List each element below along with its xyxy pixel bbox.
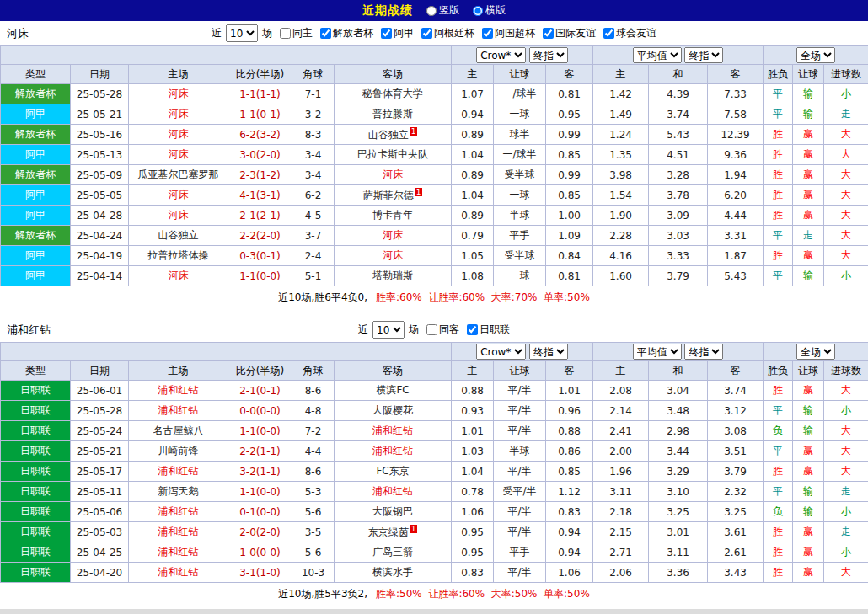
result-cell: 平 (764, 266, 793, 286)
corner-cell: 3-7 (292, 226, 335, 246)
asian-time-select[interactable]: 终指 (529, 47, 568, 63)
filter-checkbox-input[interactable] (320, 28, 331, 39)
euro-type-select[interactable]: 平均值 (633, 344, 682, 360)
filter-checkbox[interactable]: 阿根廷杯 (421, 26, 474, 40)
away-team-cell[interactable]: 巴拉卡斯中央队 (335, 145, 452, 165)
filter-checkbox[interactable]: 国际友谊 (543, 26, 596, 40)
match-count-select[interactable]: 10 (372, 321, 405, 339)
layout-option-vertical[interactable]: 竖版 (426, 3, 459, 18)
home-team-cell[interactable]: 浦和红钻 (129, 563, 228, 583)
filter-controls: 近 10 场 同客日职联 (358, 321, 510, 339)
away-team-cell[interactable]: 大阪钢巴 (335, 502, 452, 522)
filter-checkbox[interactable]: 阿甲 (381, 26, 414, 40)
asian-time-select[interactable]: 终指 (529, 344, 568, 360)
away-team-cell[interactable]: 河床 (335, 226, 452, 246)
filter-checkbox-input[interactable] (603, 28, 614, 39)
matches-unit-label: 场 (262, 26, 272, 40)
away-team-cell[interactable]: 浦和红钻 (335, 421, 452, 441)
filter-checkbox[interactable]: 同客 (426, 323, 459, 337)
vertical-layout-radio[interactable] (426, 6, 437, 16)
match-count-select[interactable]: 10 (226, 24, 258, 42)
asian-home-odds-cell: 1.07 (452, 84, 494, 104)
date-cell: 25-05-17 (71, 462, 129, 482)
away-team-cell[interactable]: 横滨FC (335, 381, 452, 401)
filter-checkbox-input[interactable] (421, 28, 432, 39)
home-team-cell[interactable]: 浦和红钻 (129, 502, 228, 522)
away-team-cell[interactable]: 广岛三箭 (335, 542, 452, 563)
home-team-cell[interactable]: 河床 (129, 206, 228, 226)
home-team-cell[interactable]: 川崎前锋 (129, 441, 228, 462)
league-cell: 日职联 (1, 502, 71, 522)
corner-cell: 4-8 (292, 401, 335, 421)
away-team-cell[interactable]: 萨斯菲尔德1 (335, 185, 452, 206)
result-cell: 胜 (764, 206, 793, 226)
filter-checkbox[interactable]: 解放者杯 (320, 26, 373, 40)
home-team-cell[interactable]: 浦和红钻 (129, 542, 228, 563)
header-spacer (1, 343, 452, 361)
home-team-cell[interactable]: 河床 (129, 145, 228, 165)
away-team-cell[interactable]: 河床 (335, 165, 452, 185)
match-row: 解放者杯25-04-24山谷独立2-2(2-0)3-7河床0.79平手1.092… (1, 226, 868, 246)
home-team-cell[interactable]: 浦和红钻 (129, 401, 228, 421)
filter-checkbox[interactable]: 同主 (280, 26, 313, 40)
home-team-cell[interactable]: 河床 (129, 185, 228, 206)
col-euro-away: 客 (708, 65, 764, 84)
away-team-cell[interactable]: 塔勒瑞斯 (335, 266, 452, 286)
away-team-cell[interactable]: 浦和红钻 (335, 482, 452, 502)
home-team-cell[interactable]: 河床 (129, 84, 228, 104)
filter-checkbox-input[interactable] (426, 324, 437, 335)
league-cell: 日职联 (1, 421, 71, 441)
away-team-cell[interactable]: 浦和红钻 (335, 441, 452, 462)
filter-checkbox-input[interactable] (280, 28, 291, 39)
home-team-cell[interactable]: 河床 (129, 104, 228, 125)
horizontal-layout-radio[interactable] (473, 6, 483, 16)
asian-away-odds-cell: 1.06 (546, 563, 593, 583)
asian-company-select[interactable]: Crow* (476, 344, 526, 360)
handicap-result-cell: 输 (793, 104, 824, 125)
score-cell: 3-1(1-0) (228, 563, 292, 583)
league-cell: 阿甲 (1, 185, 71, 206)
home-team-cell[interactable]: 河床 (129, 125, 228, 145)
euro-away-odds-cell: 3.08 (708, 421, 764, 441)
layout-option-horizontal[interactable]: 横版 (473, 3, 506, 18)
col-away: 客场 (335, 65, 452, 84)
euro-time-select[interactable]: 终指 (684, 47, 723, 63)
away-team-cell[interactable]: 普拉滕斯 (335, 104, 452, 125)
asian-company-select[interactable]: Crow* (476, 47, 526, 63)
filter-checkbox-input[interactable] (467, 324, 478, 335)
home-team-cell[interactable]: 河床 (129, 266, 228, 286)
filter-checkbox-input[interactable] (381, 28, 392, 39)
away-team-cell[interactable]: FC东京 (335, 462, 452, 482)
away-team-cell[interactable]: 大阪樱花 (335, 401, 452, 421)
euro-home-odds-cell: 1.42 (593, 84, 649, 104)
home-team-cell[interactable]: 新泻天鹅 (129, 482, 228, 502)
home-team-cell[interactable]: 浦和红钻 (129, 381, 228, 401)
scope-select[interactable]: 全场 (796, 344, 835, 360)
away-team-cell[interactable]: 山谷独立1 (335, 125, 452, 145)
away-team-cell[interactable]: 横滨水手 (335, 563, 452, 583)
filter-checkbox[interactable]: 阿国超杯 (482, 26, 535, 40)
asian-home-odds-cell: 0.89 (452, 206, 494, 226)
scope-select[interactable]: 全场 (796, 47, 835, 63)
euro-time-select[interactable]: 终指 (684, 344, 723, 360)
home-team-cell[interactable]: 名古屋鲸八 (129, 421, 228, 441)
away-team-cell[interactable]: 博卡青年 (335, 206, 452, 226)
home-team-cell[interactable]: 瓜亚基尔巴塞罗那 (129, 165, 228, 185)
away-team-cell[interactable]: 秘鲁体育大学 (335, 84, 452, 104)
filter-checkbox-input[interactable] (482, 28, 493, 39)
filter-checkbox[interactable]: 日职联 (467, 323, 510, 337)
filter-checkbox[interactable]: 球会友谊 (603, 26, 656, 40)
filter-checkbox-input[interactable] (543, 28, 554, 39)
away-team-cell[interactable]: 河床 (335, 246, 452, 266)
euro-type-select[interactable]: 平均值 (633, 47, 682, 63)
away-team-cell[interactable]: 东京绿茵1 (335, 522, 452, 542)
league-cell: 阿甲 (1, 266, 71, 286)
home-team-cell[interactable]: 浦和红钻 (129, 522, 228, 542)
date-cell: 25-04-20 (71, 563, 129, 583)
home-team-cell[interactable]: 浦和红钻 (129, 462, 228, 482)
goals-result-cell: 大 (824, 185, 868, 206)
home-team-cell[interactable]: 拉普拉塔体操 (129, 246, 228, 266)
home-team-cell[interactable]: 山谷独立 (129, 226, 228, 246)
scope-header: 全场 (764, 46, 868, 65)
asian-home-odds-cell: 1.04 (452, 462, 494, 482)
